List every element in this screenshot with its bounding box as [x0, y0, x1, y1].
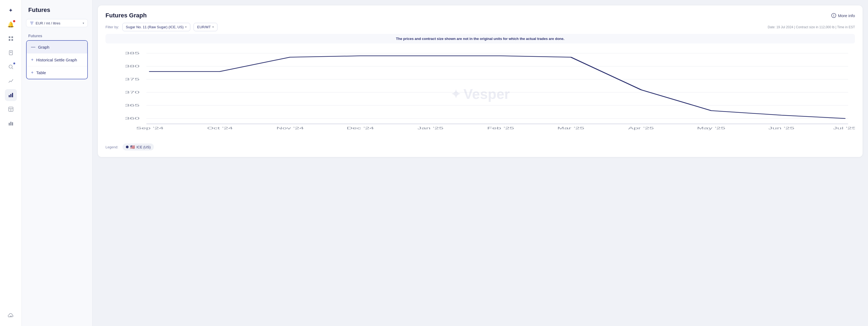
legend-dot: [126, 145, 129, 148]
info-icon: [831, 13, 836, 18]
nav-items-box: — Graph + Historical Settle Graph + Tabl…: [26, 40, 88, 79]
chart-area: ✦ Vesper 385 380 375 370 365 36: [105, 48, 855, 140]
svg-text:380: 380: [125, 64, 140, 68]
svg-text:Jul '25: Jul '25: [833, 126, 855, 130]
svg-line-8: [12, 68, 13, 69]
svg-rect-10: [10, 94, 11, 97]
svg-text:May '25: May '25: [697, 126, 725, 130]
chart-header: Futures Graph More info: [105, 12, 855, 19]
warning-banner: The prices and contract size shown are n…: [105, 34, 855, 43]
svg-text:Apr '25: Apr '25: [628, 126, 654, 130]
bell-icon[interactable]: 🔔: [5, 19, 17, 30]
main-content: Futures Graph More info Filter by: Sugar…: [92, 0, 868, 326]
filter-icon: [30, 21, 34, 25]
svg-rect-16: [10, 122, 11, 126]
svg-text:Oct '24: Oct '24: [207, 126, 233, 130]
plus-icon-hist: +: [31, 57, 33, 62]
commodity-filter[interactable]: Sugar No. 11 (Raw Sugar) (ICE, US) ▾: [122, 23, 190, 31]
svg-rect-3: [11, 39, 13, 41]
bar-chart-icon[interactable]: [5, 89, 17, 101]
search-icon[interactable]: [5, 61, 17, 73]
chevron-unit-icon: ▾: [212, 25, 214, 29]
svg-text:Jun '25: Jun '25: [768, 126, 794, 130]
legend-row: Legend: 🇺🇸 ICE (US): [105, 143, 855, 151]
svg-rect-11: [12, 93, 13, 97]
legend-label: Legend:: [105, 145, 118, 149]
leaderboard-icon[interactable]: [5, 117, 17, 129]
svg-text:Nov '24: Nov '24: [276, 126, 304, 130]
chart-line-icon[interactable]: [5, 75, 17, 87]
svg-text:360: 360: [125, 116, 140, 120]
unit-filter[interactable]: EUR/MT ▾: [193, 23, 217, 31]
cloud-icon[interactable]: [5, 310, 17, 322]
svg-text:385: 385: [125, 51, 140, 55]
unit-filter-dropdown[interactable]: EUR / mt / litres ▾: [26, 19, 88, 27]
legend-item-ice-us: 🇺🇸 ICE (US): [123, 143, 154, 151]
sidebar-item-graph[interactable]: — Graph: [27, 41, 87, 54]
legend-item-label: ICE (US): [136, 145, 151, 149]
flag-icon: 🇺🇸: [130, 145, 135, 149]
sidebar-item-table[interactable]: + Table: [27, 66, 87, 79]
svg-rect-17: [12, 122, 13, 126]
svg-text:Mar '25: Mar '25: [557, 126, 584, 130]
grid-icon[interactable]: [5, 33, 17, 44]
svg-text:Jan '25: Jan '25: [417, 126, 444, 130]
svg-rect-15: [9, 123, 10, 126]
filter-row: Filter by: Sugar No. 11 (Raw Sugar) (ICE…: [105, 23, 855, 31]
book-icon[interactable]: [5, 47, 17, 59]
chevron-down-icon: ▾: [83, 22, 84, 25]
nav-panel: Futures EUR / mt / litres ▾ Futures — Gr…: [22, 0, 92, 326]
graph-label: Graph: [38, 45, 50, 50]
chart-card: Futures Graph More info Filter by: Sugar…: [98, 5, 863, 157]
svg-text:Feb '25: Feb '25: [487, 126, 514, 130]
more-info-button[interactable]: More info: [831, 13, 855, 18]
chart-title: Futures Graph: [105, 12, 147, 19]
svg-rect-2: [9, 39, 10, 41]
svg-text:365: 365: [125, 103, 140, 107]
table-label: Table: [36, 70, 46, 75]
plus-icon-table: +: [31, 70, 33, 75]
sidebar-item-historical-settle-graph[interactable]: + Historical Settle Graph: [27, 54, 87, 66]
filter-by-label: Filter by:: [105, 25, 119, 29]
nav-section-label: Futures: [26, 34, 88, 38]
svg-rect-0: [9, 36, 10, 38]
chart-meta: Date: 19 Jul 2024 | Contract size in 112…: [768, 25, 855, 29]
svg-text:Sep '24: Sep '24: [136, 126, 163, 130]
svg-text:Dec '24: Dec '24: [347, 126, 374, 130]
unit-filter-text: EUR / mt / litres: [36, 21, 81, 25]
svg-point-24: [834, 14, 834, 15]
table-icon2[interactable]: [5, 103, 17, 115]
chevron-commodity-icon: ▾: [185, 25, 187, 29]
svg-rect-9: [9, 95, 10, 97]
svg-point-7: [9, 65, 12, 68]
historical-settle-graph-label: Historical Settle Graph: [36, 58, 77, 62]
svg-rect-1: [11, 36, 13, 38]
svg-text:375: 375: [125, 77, 140, 81]
nav-panel-title: Futures: [26, 6, 88, 13]
minus-icon: —: [31, 44, 35, 50]
chart-svg: 385 380 375 370 365 360 Sep '24 Oct '24 …: [105, 48, 855, 140]
plus-icon[interactable]: ✦: [5, 4, 17, 16]
notification-badge: [13, 20, 15, 22]
svg-text:370: 370: [125, 90, 140, 94]
sidebar: ✦ 🔔: [0, 0, 22, 326]
